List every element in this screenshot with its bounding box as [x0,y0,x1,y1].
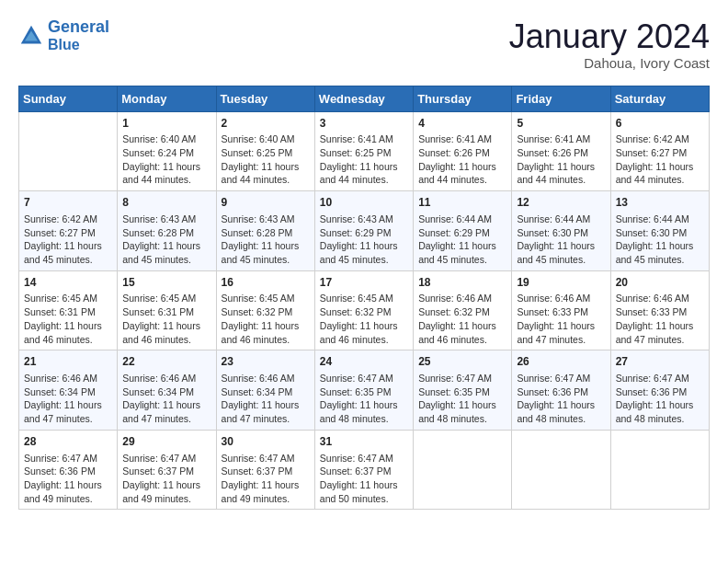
day-number: 10 [320,195,408,211]
cell-content: Sunrise: 6:45 AMSunset: 6:31 PMDaylight:… [122,292,210,346]
day-number: 31 [320,434,408,450]
calendar-cell: 18Sunrise: 6:46 AMSunset: 6:32 PMDayligh… [414,270,512,350]
day-number: 17 [320,275,408,291]
calendar-cell: 1Sunrise: 6:40 AMSunset: 6:24 PMDaylight… [118,111,216,191]
cell-content: Sunrise: 6:43 AMSunset: 6:29 PMDaylight:… [320,213,408,267]
day-number: 14 [24,275,112,291]
day-number: 28 [24,434,112,450]
calendar-week-row: 28Sunrise: 6:47 AMSunset: 6:36 PMDayligh… [19,430,710,510]
calendar-cell: 26Sunrise: 6:47 AMSunset: 6:36 PMDayligh… [512,350,610,431]
cell-content: Sunrise: 6:47 AMSunset: 6:35 PMDaylight:… [320,372,408,426]
cell-content: Sunrise: 6:40 AMSunset: 6:25 PMDaylight:… [222,132,310,187]
calendar-cell: 9Sunrise: 6:43 AMSunset: 6:28 PMDaylight… [216,191,314,271]
calendar-cell: 31Sunrise: 6:47 AMSunset: 6:37 PMDayligh… [314,430,413,510]
calendar-week-row: 7Sunrise: 6:42 AMSunset: 6:27 PMDaylight… [19,191,710,271]
cell-content: Sunrise: 6:47 AMSunset: 6:36 PMDaylight:… [616,372,704,426]
calendar-cell: 17Sunrise: 6:45 AMSunset: 6:32 PMDayligh… [314,270,413,350]
day-number: 18 [418,275,506,291]
logo: General Blue [18,18,109,52]
page-header: General Blue January 2024 Dahoua, Ivory … [18,18,710,71]
cell-content: Sunrise: 6:43 AMSunset: 6:28 PMDaylight:… [122,213,210,267]
day-number: 15 [122,275,210,291]
cell-content: Sunrise: 6:41 AMSunset: 6:26 PMDaylight:… [517,132,605,187]
cell-content: Sunrise: 6:46 AMSunset: 6:32 PMDaylight:… [418,292,506,346]
cell-content: Sunrise: 6:47 AMSunset: 6:37 PMDaylight:… [122,452,210,506]
day-number: 3 [320,116,408,132]
day-number: 12 [517,195,605,211]
calendar-cell: 20Sunrise: 6:46 AMSunset: 6:33 PMDayligh… [610,270,709,350]
calendar-cell [414,430,512,510]
cell-content: Sunrise: 6:46 AMSunset: 6:33 PMDaylight:… [616,292,704,346]
calendar-cell [19,111,118,191]
calendar-cell: 25Sunrise: 6:47 AMSunset: 6:35 PMDayligh… [414,350,512,431]
cell-content: Sunrise: 6:41 AMSunset: 6:25 PMDaylight:… [320,132,408,187]
day-number: 6 [616,116,704,132]
calendar-cell: 28Sunrise: 6:47 AMSunset: 6:36 PMDayligh… [19,430,118,510]
logo-icon [18,23,44,49]
day-number: 23 [222,354,310,370]
calendar-week-row: 14Sunrise: 6:45 AMSunset: 6:31 PMDayligh… [19,270,710,350]
cell-content: Sunrise: 6:47 AMSunset: 6:37 PMDaylight:… [320,452,408,506]
calendar-cell: 23Sunrise: 6:46 AMSunset: 6:34 PMDayligh… [216,350,314,431]
calendar-cell: 21Sunrise: 6:46 AMSunset: 6:34 PMDayligh… [19,350,118,431]
title-block: January 2024 Dahoua, Ivory Coast [509,18,710,71]
calendar-cell: 10Sunrise: 6:43 AMSunset: 6:29 PMDayligh… [314,191,413,271]
calendar-cell [512,430,610,510]
cell-content: Sunrise: 6:40 AMSunset: 6:24 PMDaylight:… [122,132,210,187]
day-number: 19 [517,275,605,291]
day-number: 9 [222,195,310,211]
calendar-cell: 11Sunrise: 6:44 AMSunset: 6:29 PMDayligh… [414,191,512,271]
day-number: 20 [616,275,704,291]
cell-content: Sunrise: 6:42 AMSunset: 6:27 PMDaylight:… [24,213,112,267]
day-number: 25 [418,354,506,370]
calendar-cell: 2Sunrise: 6:40 AMSunset: 6:25 PMDaylight… [216,111,314,191]
cell-content: Sunrise: 6:44 AMSunset: 6:29 PMDaylight:… [418,213,506,267]
calendar-cell: 30Sunrise: 6:47 AMSunset: 6:37 PMDayligh… [216,430,314,510]
cell-content: Sunrise: 6:44 AMSunset: 6:30 PMDaylight:… [616,213,704,267]
day-number: 24 [320,354,408,370]
weekday-header-row: SundayMondayTuesdayWednesdayThursdayFrid… [19,86,710,111]
day-number: 30 [222,434,310,450]
calendar-cell [610,430,709,510]
weekday-header-monday: Monday [118,86,216,111]
cell-content: Sunrise: 6:43 AMSunset: 6:28 PMDaylight:… [222,213,310,267]
weekday-header-friday: Friday [512,86,610,111]
cell-content: Sunrise: 6:45 AMSunset: 6:32 PMDaylight:… [320,292,408,346]
calendar-body: 1Sunrise: 6:40 AMSunset: 6:24 PMDaylight… [19,111,710,510]
day-number: 26 [517,354,605,370]
day-number: 16 [222,275,310,291]
calendar-cell: 19Sunrise: 6:46 AMSunset: 6:33 PMDayligh… [512,270,610,350]
weekday-header-thursday: Thursday [414,86,512,111]
day-number: 1 [122,116,210,132]
calendar-cell: 22Sunrise: 6:46 AMSunset: 6:34 PMDayligh… [118,350,216,431]
calendar-cell: 6Sunrise: 6:42 AMSunset: 6:27 PMDaylight… [610,111,709,191]
logo-text-line2: Blue [48,37,109,53]
cell-content: Sunrise: 6:46 AMSunset: 6:34 PMDaylight:… [222,372,310,426]
day-number: 27 [616,354,704,370]
month-title: January 2024 [509,18,710,55]
cell-content: Sunrise: 6:45 AMSunset: 6:32 PMDaylight:… [222,292,310,346]
cell-content: Sunrise: 6:46 AMSunset: 6:33 PMDaylight:… [517,292,605,346]
calendar-week-row: 1Sunrise: 6:40 AMSunset: 6:24 PMDaylight… [19,111,710,191]
cell-content: Sunrise: 6:46 AMSunset: 6:34 PMDaylight:… [24,372,112,426]
calendar-table: SundayMondayTuesdayWednesdayThursdayFrid… [18,86,710,511]
calendar-cell: 14Sunrise: 6:45 AMSunset: 6:31 PMDayligh… [19,270,118,350]
cell-content: Sunrise: 6:42 AMSunset: 6:27 PMDaylight:… [616,132,704,187]
calendar-cell: 13Sunrise: 6:44 AMSunset: 6:30 PMDayligh… [610,191,709,271]
day-number: 7 [24,195,112,211]
calendar-cell: 15Sunrise: 6:45 AMSunset: 6:31 PMDayligh… [118,270,216,350]
cell-content: Sunrise: 6:46 AMSunset: 6:34 PMDaylight:… [122,372,210,426]
day-number: 29 [122,434,210,450]
calendar-cell: 5Sunrise: 6:41 AMSunset: 6:26 PMDaylight… [512,111,610,191]
calendar-week-row: 21Sunrise: 6:46 AMSunset: 6:34 PMDayligh… [19,350,710,431]
day-number: 8 [122,195,210,211]
weekday-header-sunday: Sunday [19,86,118,111]
day-number: 2 [222,116,310,132]
cell-content: Sunrise: 6:41 AMSunset: 6:26 PMDaylight:… [418,132,506,187]
calendar-cell: 4Sunrise: 6:41 AMSunset: 6:26 PMDaylight… [414,111,512,191]
cell-content: Sunrise: 6:47 AMSunset: 6:36 PMDaylight:… [24,452,112,506]
calendar-cell: 7Sunrise: 6:42 AMSunset: 6:27 PMDaylight… [19,191,118,271]
day-number: 5 [517,116,605,132]
day-number: 21 [24,354,112,370]
cell-content: Sunrise: 6:47 AMSunset: 6:36 PMDaylight:… [517,372,605,426]
